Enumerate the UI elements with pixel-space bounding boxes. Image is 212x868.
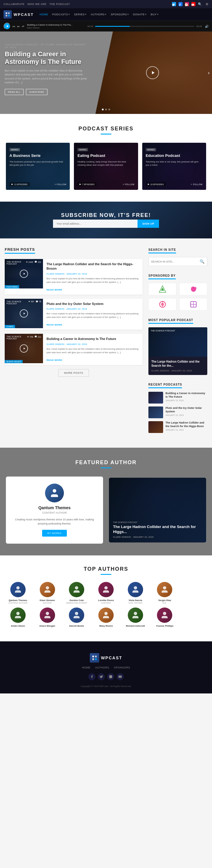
post-excerpt-1: But I must explain to you how all this m… [47, 277, 139, 284]
svg-point-18 [53, 489, 56, 493]
recent-info-2: Pluto and the Icy Outer Solar System JAN… [165, 406, 207, 416]
episodes-button-2[interactable]: ▶ 7 EPISODES [78, 182, 97, 186]
author-item-1[interactable]: Qantum Themes CONTENT AUTHOR [5, 582, 31, 604]
author-item-2[interactable]: Klare Sinmon AUTHOR [34, 582, 61, 604]
series-card-1[interactable]: SERIES A Business Serie The business pod… [6, 143, 70, 190]
play-button[interactable] [3, 23, 10, 30]
top-nav-the-podcast[interactable]: THE PODCAST [50, 3, 70, 6]
author-item-4[interactable]: Loretta Flores CONTENT [93, 582, 119, 604]
post-title-3[interactable]: Building a Career in Astronomy Is The Fu… [47, 337, 139, 341]
site-logo[interactable]: WPCAST [3, 10, 34, 19]
author-item-12[interactable]: Yvonne Phillips [152, 608, 178, 627]
popular-card-title: The Large Hadron Collider and the Search… [151, 360, 204, 368]
twitter-icon[interactable] [172, 2, 176, 6]
read-all-button[interactable]: READ ALL [5, 89, 24, 95]
author-item-5[interactable]: Viola Garcia CIVIL TESTER [122, 582, 149, 604]
hero-play-button[interactable] [146, 66, 159, 79]
next-button[interactable]: ⏭ [17, 25, 20, 28]
top-nav-who-we-are[interactable]: WHO WE ARE [27, 3, 47, 6]
settings-icon[interactable]: ⚙ [206, 2, 209, 6]
series-footer-1: ▶ 11 EPISODES + FOLLOW [9, 182, 66, 186]
nav-home[interactable]: HOME [39, 13, 48, 16]
footer-youtube-button[interactable] [117, 673, 124, 680]
follow-button-3[interactable]: + FOLLOW [191, 183, 203, 185]
nav-donate[interactable]: DONATE ▾ [133, 13, 146, 16]
progress-track[interactable] [95, 26, 194, 27]
facebook-icon[interactable] [178, 2, 183, 6]
search-section-title: SEARCH IN SITE [148, 248, 176, 253]
author-name-11: Richard Ashcroft [122, 625, 149, 627]
post-thumbnail-1[interactable]: THE SCIENCE PODCAST 👁 2445 💬 231 FEATURE… [5, 259, 43, 288]
episodes-button-3[interactable]: ▶ 10 EPISODES [146, 182, 166, 186]
thumb-play-2[interactable] [20, 309, 28, 318]
search-button[interactable]: 🔍 [197, 257, 207, 266]
popular-card-tag: THE SCIENCE PODCAST [151, 330, 175, 332]
svg-point-22 [104, 587, 107, 589]
authors-row-1: Qantum Themes CONTENT AUTHOR Klare Sinmo… [5, 582, 207, 604]
nav-podcasts[interactable]: PODCASTS ▾ [52, 13, 70, 16]
thumb-play-3[interactable] [20, 344, 28, 352]
footer-nav-authors[interactable]: AUTHORS [95, 666, 109, 669]
follow-button-1[interactable]: + FOLLOW [55, 183, 66, 185]
sponsor-logo-2[interactable] [179, 283, 207, 295]
recent-post-title-2[interactable]: Pluto and the Icy Outer Solar System [165, 406, 207, 413]
hero-dot-1[interactable] [102, 108, 104, 111]
nav-buy[interactable]: BUY ▾ [151, 13, 159, 16]
subscribe-email-input[interactable] [53, 220, 138, 228]
nav-authors[interactable]: AUTHORS ▾ [91, 13, 107, 16]
svg-point-26 [46, 612, 49, 615]
author-item-9[interactable]: Darrell Burke [63, 608, 90, 627]
author-item-6[interactable]: Sergio Diaz D.E. [152, 582, 178, 604]
search-input[interactable] [149, 257, 197, 266]
volume-icon[interactable]: 🔊 [205, 25, 209, 28]
read-more-2[interactable]: READ MORE [47, 323, 62, 326]
shuffle-button[interactable]: ⇄ [22, 25, 24, 28]
author-item-11[interactable]: Richard Ashcroft [122, 608, 149, 627]
author-profile-button[interactable]: MY WORKS [42, 530, 67, 536]
prev-button[interactable]: ⏮ [12, 25, 15, 28]
sign-up-button[interactable]: SIGN UP [138, 220, 159, 228]
footer-instagram-button[interactable] [107, 673, 114, 680]
youtube-icon[interactable] [191, 2, 195, 6]
top-authors-section: TOP AUTHORS Qantum Themes CONTENT AUTHOR… [0, 555, 212, 641]
footer-nav-sponsors[interactable]: SPONSORS [114, 666, 130, 669]
footer-nav-home[interactable]: HOME [82, 666, 90, 669]
popular-card[interactable]: THE SCIENCE PODCAST The Large Hadron Col… [148, 327, 207, 375]
svg-point-28 [104, 612, 107, 615]
read-more-1[interactable]: READ MORE [47, 288, 62, 291]
follow-button-2[interactable]: + FOLLOW [123, 183, 134, 185]
hero-next-arrow[interactable]: › [208, 70, 210, 76]
svg-rect-2 [8, 12, 10, 14]
top-nav-collaborate[interactable]: COLLABORATE [3, 3, 25, 6]
author-item-8[interactable]: Grace Morgan [34, 608, 61, 627]
sponsor-logo-1[interactable] [148, 283, 176, 295]
episodes-button-1[interactable]: ▶ 11 EPISODES [9, 182, 30, 186]
series-card-3[interactable]: SERIES Education Podcast Teaching our ki… [142, 143, 206, 190]
series-card-2[interactable]: SERIES Eating Podcast Healthy cooking, t… [74, 143, 138, 190]
more-posts-button[interactable]: MORE POSTS [58, 369, 89, 377]
nav-sponsors[interactable]: SPONSORS ▾ [111, 13, 129, 16]
hero-dot-3[interactable] [108, 108, 110, 111]
thumb-play-1[interactable] [20, 270, 28, 278]
nav-series[interactable]: SERIES ▾ [74, 13, 87, 16]
subscribe-button[interactable]: SUBSCRIBE [26, 89, 48, 95]
sponsor-logo-3[interactable] [148, 298, 176, 311]
footer-twitter-button[interactable] [98, 673, 105, 680]
author-item-3[interactable]: Gordon Cole MARKETING EXPERT [63, 582, 90, 604]
post-thumbnail-2[interactable]: THE SCIENCE PODCAST 👁 387 💬 78 STARS [5, 299, 43, 328]
recent-post-title-1[interactable]: Building a Career in Astronomy Is The Fu… [165, 392, 207, 399]
hero-dot-2[interactable] [105, 108, 107, 111]
sponsor-logo-4[interactable] [179, 298, 207, 311]
footer-facebook-button[interactable] [88, 673, 95, 680]
recent-post-title-3[interactable]: The Large Hadron Collider and the Search… [165, 421, 207, 428]
read-more-3[interactable]: READ MORE [47, 359, 62, 362]
featured-post-card[interactable]: THE SCIENCE PODCAST The Large Hadron Col… [109, 478, 206, 542]
post-title-2[interactable]: Pluto and the Icy Outer Solar System [47, 302, 139, 306]
post-thumbnail-3[interactable]: THE SCIENCE PODCAST 👁 708 💬 211 BLACK HO… [5, 334, 43, 363]
author-item-7[interactable]: Andre Dixon [5, 608, 31, 627]
post-title-1[interactable]: The Large Hadron Collider and the Search… [47, 262, 139, 271]
recent-item-2: Pluto and the Icy Outer Solar System JAN… [148, 406, 207, 418]
author-item-10[interactable]: Mary Rivera [93, 608, 119, 627]
search-icon[interactable]: 🔍 [198, 2, 202, 6]
instagram-icon[interactable] [185, 2, 189, 6]
